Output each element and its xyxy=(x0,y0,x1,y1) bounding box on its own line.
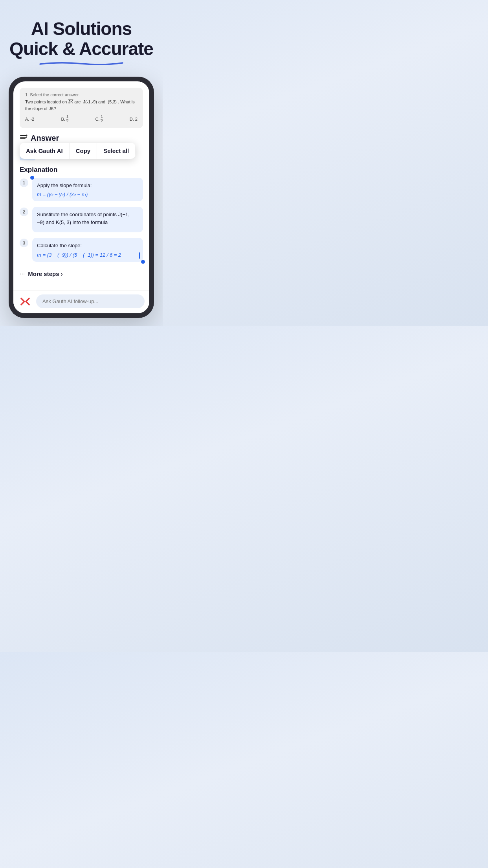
copy-button[interactable]: Copy xyxy=(70,143,97,159)
phone-screen: 1. Select the correct answer. Two points… xyxy=(13,81,149,313)
step-formula-1: m = (y₂ − y₁) / (x₂ − x₁) xyxy=(37,191,138,197)
answer-icon xyxy=(20,134,28,142)
step-text-3: Calculate the slope: xyxy=(37,242,138,250)
hero-title: AI Solutions Quick & Accurate xyxy=(8,19,155,59)
ask-gauth-ai-button[interactable]: Ask Gauth AI xyxy=(20,143,70,159)
step-3: 3 Calculate the slope: m = (3 − (−9)) / … xyxy=(20,238,143,262)
answer-header: Answer xyxy=(20,134,143,143)
answer-label: Answer xyxy=(31,134,59,143)
step-text-1: Apply the slope formula: xyxy=(37,182,138,189)
step-content-2: Substitute the coordinates of points J(−… xyxy=(32,207,143,232)
step-text-2: Substitute the coordinates of points J(−… xyxy=(37,211,138,226)
option-b: B. 12 xyxy=(61,115,68,123)
blue-dot-tl xyxy=(30,176,34,180)
explanation-title: Explanation xyxy=(20,166,143,174)
phone-mockup: 1. Select the correct answer. Two points… xyxy=(9,77,154,318)
hero-underline xyxy=(38,60,125,65)
step-number-2: 2 xyxy=(20,208,28,216)
step-content-1: Apply the slope formula: m = (y₂ − y₁) /… xyxy=(32,178,143,202)
step-number-3: 3 xyxy=(20,239,28,247)
question-text: Two points located on JK are J(-1,-9) an… xyxy=(25,99,138,112)
more-steps-icon: ··· xyxy=(20,270,25,278)
bottom-bar xyxy=(13,290,149,313)
answer-section: Answer Ask Gauth AI Copy Select all D. 2 xyxy=(13,128,149,166)
hero-section: AI Solutions Quick & Accurate xyxy=(0,0,163,77)
more-steps[interactable]: ··· More steps › xyxy=(20,267,143,284)
gauthbot-icon xyxy=(18,294,32,309)
more-steps-label: More steps › xyxy=(28,270,62,277)
option-d: D. 2 xyxy=(130,115,138,123)
hero-line1: AI Solutions xyxy=(31,18,132,39)
option-a: A. -2 xyxy=(25,115,34,123)
svg-rect-5 xyxy=(18,294,32,309)
follow-up-input[interactable] xyxy=(36,294,145,308)
explanation-section: Explanation 1 Apply the slope formula: m… xyxy=(13,166,149,290)
blue-dot-br xyxy=(141,260,145,264)
context-menu: Ask Gauth AI Copy Select all xyxy=(20,143,136,159)
step-2: 2 Substitute the coordinates of points J… xyxy=(20,207,143,232)
step-formula-3: m = (3 − (−9)) / (5 − (−1)) = 12 / 6 = 2 xyxy=(37,252,138,258)
question-options: A. -2 B. 12 C. 12 D. 2 xyxy=(25,115,138,123)
hero-line2: Quick & Accurate xyxy=(9,39,153,59)
question-number: 1. Select the correct answer. xyxy=(25,92,138,97)
select-all-button[interactable]: Select all xyxy=(97,143,136,159)
cursor-line xyxy=(139,252,140,259)
step-content-3: Calculate the slope: m = (3 − (−9)) / (5… xyxy=(32,238,143,262)
step-1: 1 Apply the slope formula: m = (y₂ − y₁)… xyxy=(20,178,143,202)
question-card: 1. Select the correct answer. Two points… xyxy=(20,88,143,128)
step-number-1: 1 xyxy=(20,178,28,187)
option-c: C. 12 xyxy=(95,115,103,123)
